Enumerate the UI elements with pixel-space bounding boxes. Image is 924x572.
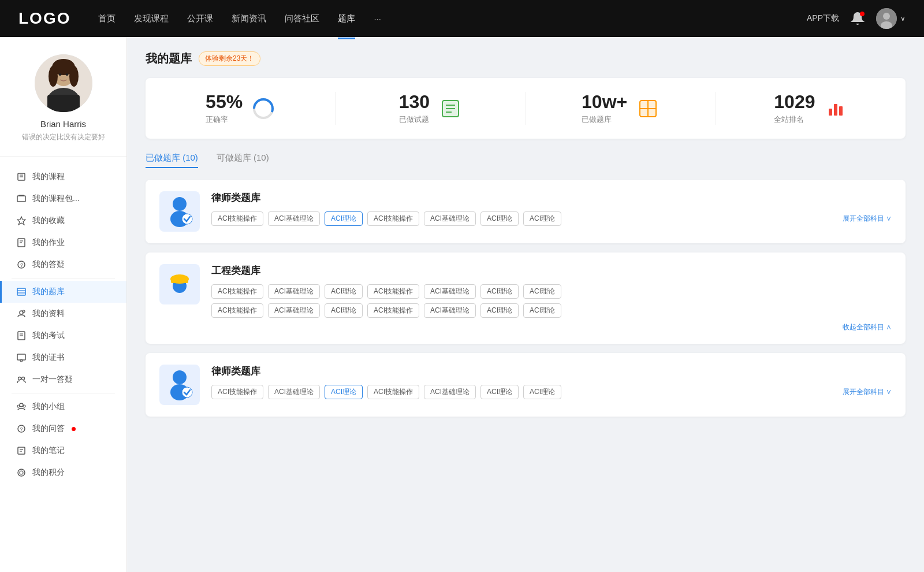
sidebar-item-group[interactable]: 我的小组 [0,396,126,418]
qbank-card-lawyer-1: 律师类题库 ACI技能操作 ACI基础理论 ACI理论 ACI技能操作 ACI基… [146,180,906,243]
nav-discover[interactable]: 发现课程 [134,11,169,27]
nav-opencourse[interactable]: 公开课 [187,11,213,27]
user-avatar-button[interactable]: ∨ [876,8,906,29]
tag[interactable]: ACI基础理论 [424,284,476,299]
tag[interactable]: ACI技能操作 [211,385,263,399]
sidebar-item-qa[interactable]: ? 我的答疑 [0,254,126,276]
stat-done-banks-label: 已做题库 [582,114,627,125]
tag-active[interactable]: ACI理论 [325,211,363,226]
tab-done-banks[interactable]: 已做题库 (10) [146,153,198,168]
svg-point-60 [173,197,187,211]
tag[interactable]: ACI理论 [523,385,561,399]
qbank-card-engineer: 工程类题库 ACI技能操作 ACI基础理论 ACI理论 ACI技能操作 ACI基… [146,252,906,344]
tag[interactable]: ACI技能操作 [367,211,419,226]
expand-link-lawyer-2[interactable]: 展开全部科目 ∨ [843,387,892,397]
menu-divider-2 [12,393,115,393]
sidebar-item-question[interactable]: ? 我的问答 [0,418,126,440]
tabs-bar: 已做题库 (10) 可做题库 (10) [146,153,906,168]
sidebar-item-label: 我的收藏 [32,216,65,226]
tag[interactable]: ACI技能操作 [211,303,263,318]
svg-point-45 [20,471,23,474]
grid-icon [636,97,660,120]
tag[interactable]: ACI技能操作 [367,303,419,318]
tag[interactable]: ACI理论 [523,303,561,318]
sidebar-item-label: 我的笔记 [32,445,65,456]
sidebar-item-course-pack[interactable]: 我的课程包... [0,188,126,210]
tag[interactable]: ACI基础理论 [424,385,476,399]
expand-link-lawyer-1[interactable]: 展开全部科目 ∨ [843,214,892,224]
sidebar-item-label: 我的答疑 [32,259,65,270]
tag[interactable]: ACI理论 [325,303,363,318]
stat-accuracy-value: 55% [206,92,243,112]
sidebar-item-one-one[interactable]: 一对一答疑 [0,369,126,391]
nav-home[interactable]: 首页 [98,11,116,27]
chevron-down-icon: ∨ [900,14,906,23]
tag[interactable]: ACI基础理论 [268,385,320,399]
tag[interactable]: ACI基础理论 [424,211,476,226]
tab-available-banks[interactable]: 可做题库 (10) [217,153,269,168]
stat-rank-label: 全站排名 [774,114,815,125]
sidebar-item-label: 我的考试 [32,330,65,341]
sidebar-item-label: 我的证书 [32,352,65,363]
tag-active[interactable]: ACI理论 [325,385,363,399]
logo[interactable]: LOGO [18,9,70,28]
stats-card: 55% 正确率 130 已做试题 [146,78,906,139]
svg-point-10 [58,73,61,76]
tag[interactable]: ACI基础理论 [268,284,320,299]
svg-rect-12 [47,95,80,112]
tag[interactable]: ACI基础理论 [268,211,320,226]
svg-point-9 [69,66,79,87]
stat-done-questions-label: 已做试题 [399,114,430,125]
svg-point-28 [23,310,25,313]
note-icon [16,445,27,456]
sidebar-item-homework[interactable]: 我的作业 [0,232,126,254]
nav-qa[interactable]: 问答社区 [285,11,319,27]
tag[interactable]: ACI理论 [480,385,519,399]
svg-rect-17 [18,195,24,196]
sidebar-item-certificate[interactable]: 我的证书 [0,347,126,369]
nav-news[interactable]: 新闻资讯 [232,11,266,27]
sidebar-item-exam[interactable]: 我的考试 [0,325,126,347]
stat-done-banks-value: 10w+ [582,92,627,112]
nav-more[interactable]: ··· [374,12,381,26]
sidebar-item-material[interactable]: 我的资料 [0,303,126,325]
tag[interactable]: ACI理论 [325,284,363,299]
page-title: 我的题库 [146,51,192,66]
sidebar-item-qbank[interactable]: 我的题库 [0,281,126,303]
qa-icon: ? [16,259,27,270]
list-icon [439,97,462,120]
tags-row-engineer-1: ACI技能操作 ACI基础理论 ACI理论 ACI技能操作 ACI基础理论 AC… [211,284,892,299]
tag[interactable]: ACI基础理论 [424,303,476,318]
tag[interactable]: ACI技能操作 [367,385,419,399]
tag[interactable]: ACI理论 [480,211,519,226]
nav-qbank[interactable]: 题库 [338,11,355,27]
notification-bell[interactable] [851,12,865,25]
app-download-button[interactable]: APP下载 [807,13,839,24]
svg-rect-57 [829,109,832,116]
exam-icon [16,330,27,341]
tag[interactable]: ACI技能操作 [211,284,263,299]
tag[interactable]: ACI理论 [480,303,519,318]
tag[interactable]: ACI技能操作 [211,211,263,226]
sidebar-item-course[interactable]: 我的课程 [0,166,126,188]
collapse-link-engineer[interactable]: 收起全部科目 ∧ [843,322,892,332]
sidebar-item-favorites[interactable]: 我的收藏 [0,210,126,232]
course-pack-icon [16,194,27,204]
sidebar-item-label: 我的课程包... [32,194,80,204]
svg-marker-18 [17,217,25,225]
group-icon [16,402,27,412]
tag[interactable]: ACI基础理论 [268,303,320,318]
tag[interactable]: ACI技能操作 [367,284,419,299]
sidebar-item-note[interactable]: 我的笔记 [0,440,126,462]
points-icon [16,467,27,478]
main-content: 我的题库 体验剩余23天！ 55% 正确率 [127,37,924,572]
svg-point-8 [49,66,58,87]
svg-point-36 [20,403,23,407]
pie-chart-icon [252,97,275,120]
svg-rect-58 [834,104,837,116]
homework-icon [16,237,27,248]
tag[interactable]: ACI理论 [480,284,519,299]
sidebar-item-points[interactable]: 我的积分 [0,462,126,484]
tag[interactable]: ACI理论 [523,284,561,299]
tag[interactable]: ACI理论 [523,211,561,226]
